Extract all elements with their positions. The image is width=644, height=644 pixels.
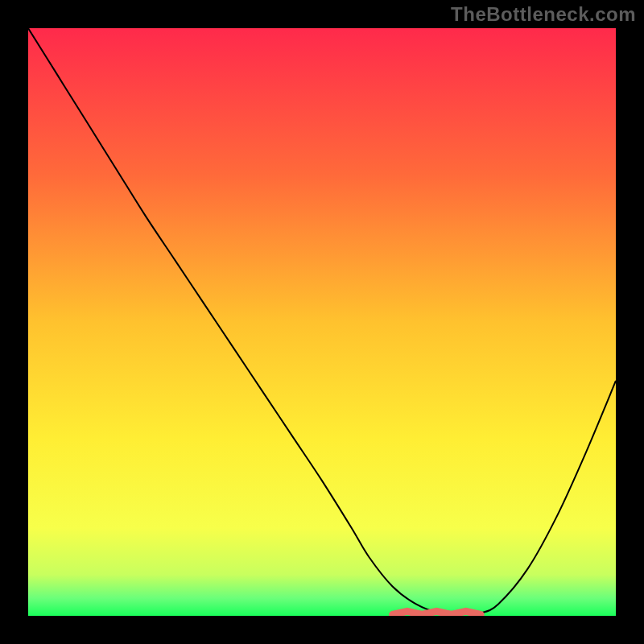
watermark-text: TheBottleneck.com (451, 3, 636, 26)
bottleneck-chart (0, 0, 644, 644)
optimal-range-marker (393, 611, 481, 614)
plot-background (28, 28, 616, 616)
chart-frame: TheBottleneck.com (0, 0, 644, 644)
